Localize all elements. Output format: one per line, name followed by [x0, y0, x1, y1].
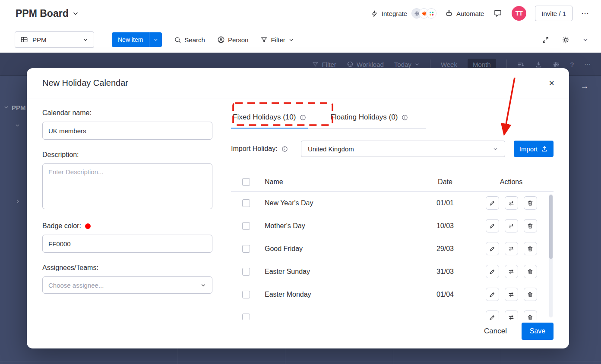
swap-icon[interactable]: [505, 196, 518, 210]
holiday-table-body: New Year's Day 01/01 Mother's Day 10/03: [231, 191, 554, 320]
holiday-name: Mother's Day: [265, 222, 421, 230]
info-icon[interactable]: [402, 114, 408, 121]
holiday-table-header: Name Date Actions: [231, 173, 554, 191]
row-checkbox[interactable]: [242, 268, 250, 276]
board-view-select[interactable]: PPM: [15, 31, 94, 48]
integrate-button[interactable]: Integrate: [371, 8, 437, 19]
more-options-icon[interactable]: ⋯: [581, 9, 590, 18]
person-icon: [217, 36, 225, 44]
tab-fixed-holidays[interactable]: Fixed Holidays (10): [231, 113, 308, 128]
bg-settings-sliders-icon[interactable]: [553, 61, 560, 68]
chevron-down-icon: [200, 282, 206, 288]
search-button[interactable]: Search: [174, 36, 205, 44]
bg-week-button[interactable]: Week: [441, 61, 457, 68]
table-scrollbar-thumb[interactable]: [549, 195, 553, 259]
actions-column-header: Actions: [469, 178, 554, 186]
edit-icon[interactable]: [486, 288, 499, 301]
row-checkbox[interactable]: [242, 199, 250, 207]
swap-icon[interactable]: [505, 219, 518, 232]
avatar[interactable]: TT: [512, 6, 526, 21]
search-icon: [174, 36, 181, 44]
chevron-down-icon: [493, 146, 498, 152]
select-all-checkbox[interactable]: [242, 178, 250, 186]
table-row: Easter Sunday 31/03: [231, 260, 554, 283]
badge-color-input[interactable]: [42, 235, 212, 253]
holiday-date: 29/03: [421, 245, 469, 253]
save-button[interactable]: Save: [522, 323, 554, 340]
name-column-header: Name: [265, 178, 421, 186]
new-item-split-button: New item: [112, 32, 162, 47]
holiday-date: 10/03: [421, 222, 469, 230]
delete-icon[interactable]: [524, 288, 537, 301]
edit-icon[interactable]: [486, 219, 499, 232]
assignees-select[interactable]: Choose assignee...: [42, 276, 212, 294]
edit-icon[interactable]: [486, 311, 499, 320]
bg-sort-icon[interactable]: [517, 61, 525, 68]
country-select[interactable]: United Kingdom: [301, 141, 505, 157]
bg-workload-button[interactable]: Workload: [347, 61, 384, 68]
swap-icon[interactable]: [505, 311, 518, 320]
row-checkbox[interactable]: [242, 222, 250, 230]
info-icon[interactable]: [300, 114, 306, 121]
new-item-dropdown-button[interactable]: [149, 32, 162, 47]
delete-icon[interactable]: [524, 265, 537, 278]
delete-icon[interactable]: [524, 196, 537, 210]
badge-color-swatch[interactable]: [85, 223, 91, 229]
row-checkbox[interactable]: [242, 314, 250, 320]
board-title[interactable]: PPM Board: [16, 8, 69, 19]
fullscreen-icon[interactable]: [541, 35, 550, 45]
bg-today-select[interactable]: Today: [394, 61, 420, 68]
bg-filter-button[interactable]: Filter: [312, 61, 336, 68]
edit-icon[interactable]: [486, 242, 499, 255]
delete-icon[interactable]: [524, 219, 537, 232]
swap-icon[interactable]: [505, 265, 518, 278]
bg-help-button[interactable]: ?: [570, 61, 574, 68]
row-checkbox[interactable]: [242, 245, 250, 253]
assignees-label: Assignees/Teams:: [42, 264, 212, 272]
table-row: Easter Monday 01/04: [231, 283, 554, 306]
bg-scroll-right-arrow[interactable]: →: [580, 81, 589, 91]
bg-expand-chevron-icon[interactable]: [15, 198, 21, 204]
bg-collapse-chevron-icon[interactable]: [15, 122, 20, 128]
modal-title: New Holiday Calendar: [42, 78, 128, 88]
chevron-down-icon: [288, 37, 294, 43]
integration-app-badges: [411, 8, 437, 19]
collapse-header-chevron-icon[interactable]: [581, 35, 590, 44]
settings-gear-icon[interactable]: [561, 35, 571, 45]
holiday-name: Easter Monday: [265, 291, 421, 298]
board-toolbar: PPM New item Search Person Filter: [0, 27, 601, 53]
person-filter-button[interactable]: Person: [217, 36, 249, 44]
chat-icon[interactable]: [493, 8, 503, 19]
delete-icon[interactable]: [524, 311, 537, 320]
swap-icon[interactable]: [505, 288, 518, 301]
filter-button[interactable]: Filter: [260, 36, 294, 44]
upload-icon: [541, 145, 548, 152]
cancel-button[interactable]: Cancel: [481, 326, 509, 336]
table-row: [231, 306, 554, 320]
bg-export-icon[interactable]: [535, 61, 542, 68]
holiday-date: 01/01: [421, 199, 469, 207]
holiday-date: 01/04: [421, 291, 469, 298]
delete-icon[interactable]: [524, 242, 537, 255]
calendar-name-input[interactable]: [42, 122, 212, 140]
country-value: United Kingdom: [308, 145, 354, 153]
close-icon[interactable]: ×: [546, 78, 557, 88]
tab-floating-holidays[interactable]: Floating Holidays (0): [329, 113, 410, 128]
holiday-name: New Year's Day: [265, 199, 421, 207]
invite-button[interactable]: Invite / 1: [535, 6, 573, 21]
holiday-tabs: Fixed Holidays (10) Floating Holidays (0…: [231, 113, 426, 129]
table-row: New Year's Day 01/01: [231, 191, 554, 214]
import-button[interactable]: Import: [514, 141, 554, 157]
chevron-down-icon[interactable]: [72, 10, 79, 17]
info-icon[interactable]: [282, 146, 288, 152]
swap-icon[interactable]: [505, 242, 518, 255]
automate-button[interactable]: Automate: [445, 9, 484, 17]
bg-collapse-chevron-icon[interactable]: [3, 104, 9, 110]
bg-more-options-icon[interactable]: ⋯: [584, 60, 591, 68]
edit-icon[interactable]: [486, 196, 499, 210]
app-header: PPM Board Integrate: [0, 0, 601, 27]
new-item-button[interactable]: New item: [112, 32, 149, 47]
row-checkbox[interactable]: [242, 291, 250, 298]
edit-icon[interactable]: [486, 265, 499, 278]
description-textarea[interactable]: [42, 163, 212, 209]
